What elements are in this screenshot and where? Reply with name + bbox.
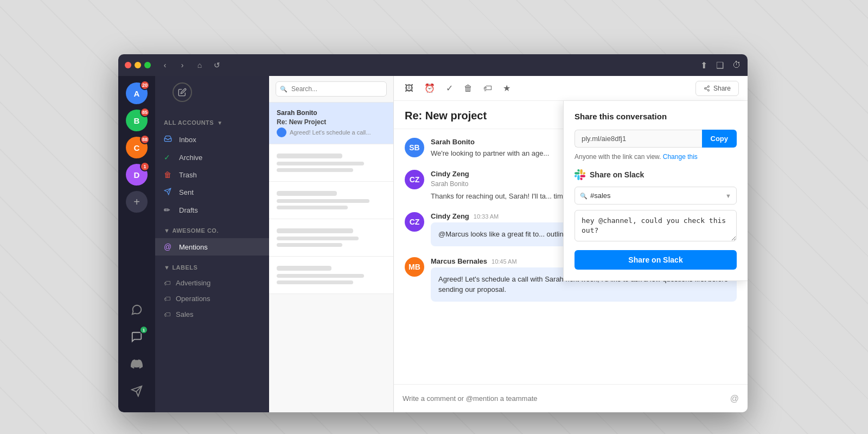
nav-drafts[interactable]: ✏ Drafts bbox=[155, 201, 269, 219]
forward-button[interactable]: › bbox=[175, 58, 190, 72]
nav-trash[interactable]: 🗑 Trash bbox=[155, 166, 269, 183]
account-avatar-2[interactable]: B 85 bbox=[126, 110, 148, 131]
clock-icon[interactable]: ⏱ bbox=[732, 60, 741, 70]
star-icon[interactable]: ★ bbox=[501, 81, 513, 95]
back-button[interactable]: ‹ bbox=[157, 58, 173, 72]
discord-icon-btn[interactable] bbox=[126, 354, 147, 374]
placeholder-7 bbox=[277, 228, 353, 233]
share-on-slack-button[interactable]: Share on Slack bbox=[575, 250, 737, 270]
close-button[interactable] bbox=[125, 62, 131, 68]
search-input[interactable] bbox=[276, 81, 387, 97]
slack-message-input[interactable]: hey <span class="channel-mention">@chann… bbox=[575, 210, 737, 241]
drafts-icon: ✏ bbox=[164, 206, 174, 214]
conv-subject-1: Re: New Project bbox=[277, 118, 386, 126]
msg-time-4: 10:45 AM bbox=[492, 258, 516, 265]
add-account-button[interactable]: + bbox=[126, 191, 148, 213]
paper-plane-icon-btn[interactable] bbox=[126, 381, 147, 401]
awesome-co-header[interactable]: ▼ AWESOME CO. bbox=[155, 225, 269, 236]
sidebar-bottom-icons: 1 bbox=[126, 299, 147, 406]
conv-item-2[interactable] bbox=[269, 144, 393, 182]
share-slack-header: Share on Slack bbox=[575, 169, 737, 180]
home-button[interactable]: ⌂ bbox=[192, 58, 207, 72]
placeholder-3 bbox=[277, 168, 353, 172]
conversation-list: Sarah Bonito Re: New Project Agreed! Let… bbox=[269, 76, 394, 412]
share-icon[interactable]: ⬆ bbox=[700, 60, 707, 71]
check-icon[interactable]: ✓ bbox=[444, 81, 455, 95]
svg-point-4 bbox=[707, 86, 709, 87]
avatar-sarah: SB bbox=[405, 138, 424, 157]
svg-point-5 bbox=[704, 87, 706, 89]
archive-icon: ✓ bbox=[164, 153, 174, 162]
whatsapp-icon-btn[interactable] bbox=[126, 299, 147, 320]
maximize-button[interactable] bbox=[144, 62, 151, 68]
search-bar bbox=[269, 76, 393, 103]
navigation-buttons: ‹ › ⌂ ↺ bbox=[157, 58, 225, 72]
compose-input[interactable] bbox=[403, 394, 725, 403]
share-button[interactable]: Share bbox=[695, 81, 739, 96]
label-operations[interactable]: 🏷 Operations bbox=[155, 291, 269, 307]
placeholder-4 bbox=[277, 191, 337, 196]
main-content: A 20 B 85 C 88 D 1 + bbox=[118, 76, 748, 412]
conv-item-4[interactable] bbox=[269, 219, 393, 257]
mentions-icon: @ bbox=[164, 242, 174, 251]
svg-line-8 bbox=[706, 87, 707, 88]
alarm-icon[interactable]: ⏰ bbox=[422, 81, 437, 95]
nav-archive[interactable]: ✓ Archive bbox=[155, 149, 269, 166]
all-accounts-header[interactable]: ALL ACCOUNTS ▼ bbox=[155, 117, 269, 128]
chat-icon-btn[interactable]: 1 bbox=[126, 327, 147, 347]
conv-item-1[interactable]: Sarah Bonito Re: New Project Agreed! Let… bbox=[269, 103, 393, 144]
msg-name-2: Cindy Zeng bbox=[431, 170, 469, 178]
label-tag-icon-3: 🏷 bbox=[164, 311, 170, 318]
compose-button[interactable] bbox=[173, 82, 192, 102]
refresh-button[interactable]: ↺ bbox=[209, 58, 225, 72]
label-advertising[interactable]: 🏷 Advertising bbox=[155, 275, 269, 291]
titlebar: ‹ › ⌂ ↺ ⬆ ❑ ⏱ bbox=[118, 54, 748, 76]
minimize-button[interactable] bbox=[135, 62, 141, 68]
account-sidebar: A 20 B 85 C 88 D 1 + bbox=[118, 76, 155, 412]
channel-input[interactable] bbox=[575, 187, 737, 205]
placeholder-12 bbox=[277, 280, 353, 284]
account-avatar-4[interactable]: D 1 bbox=[126, 164, 148, 186]
slack-icon bbox=[575, 169, 585, 180]
account-badge-3: 88 bbox=[140, 135, 150, 144]
nav-inbox[interactable]: Inbox bbox=[155, 130, 269, 149]
copy-button[interactable]: Copy bbox=[702, 130, 737, 148]
avatar-cindy-1: CZ bbox=[405, 170, 424, 189]
placeholder-10 bbox=[277, 266, 331, 271]
placeholder-5 bbox=[277, 199, 369, 203]
conv-item-5[interactable] bbox=[269, 257, 393, 294]
nav-sent[interactable]: Sent bbox=[155, 183, 269, 201]
image-icon[interactable]: 🖼 bbox=[403, 81, 416, 95]
share-link-input[interactable] bbox=[575, 130, 702, 148]
conv-preview-1: Agreed! Let's schedule a call... bbox=[277, 127, 386, 137]
search-wrapper bbox=[276, 81, 387, 97]
placeholder-11 bbox=[277, 274, 364, 278]
svg-point-6 bbox=[707, 90, 709, 91]
labels-header[interactable]: ▼ LABELS bbox=[155, 262, 269, 273]
svg-line-7 bbox=[706, 88, 707, 90]
nav-mentions[interactable]: @ Mentions bbox=[155, 238, 269, 256]
account-badge-4: 1 bbox=[140, 162, 150, 171]
at-icon[interactable]: @ bbox=[730, 394, 739, 404]
layers-icon[interactable]: ❑ bbox=[716, 60, 724, 71]
tag-icon[interactable]: 🏷 bbox=[481, 81, 494, 95]
share-panel: Share this conversation Copy Anyone with… bbox=[563, 101, 748, 281]
account-badge-1: 20 bbox=[140, 80, 150, 90]
account-avatar-3[interactable]: C 88 bbox=[126, 137, 148, 158]
traffic-lights bbox=[125, 62, 151, 68]
label-tag-icon-2: 🏷 bbox=[164, 295, 170, 303]
label-sales[interactable]: 🏷 Sales bbox=[155, 307, 269, 322]
placeholder-9 bbox=[277, 243, 342, 247]
label-tag-icon: 🏷 bbox=[164, 279, 170, 287]
placeholder-8 bbox=[277, 237, 359, 240]
delete-icon[interactable]: 🗑 bbox=[462, 81, 475, 95]
change-this-link[interactable]: Change this bbox=[663, 153, 698, 161]
channel-select-wrapper: ▼ bbox=[575, 187, 737, 205]
dropdown-arrow-icon: ▼ bbox=[725, 193, 731, 199]
account-badge-2: 85 bbox=[140, 107, 150, 117]
account-avatar-1[interactable]: A 20 bbox=[126, 82, 148, 104]
trash-icon: 🗑 bbox=[164, 170, 174, 179]
conv-item-3[interactable] bbox=[269, 182, 393, 219]
placeholder-2 bbox=[277, 162, 364, 165]
avatar-marcus: MB bbox=[405, 257, 424, 277]
